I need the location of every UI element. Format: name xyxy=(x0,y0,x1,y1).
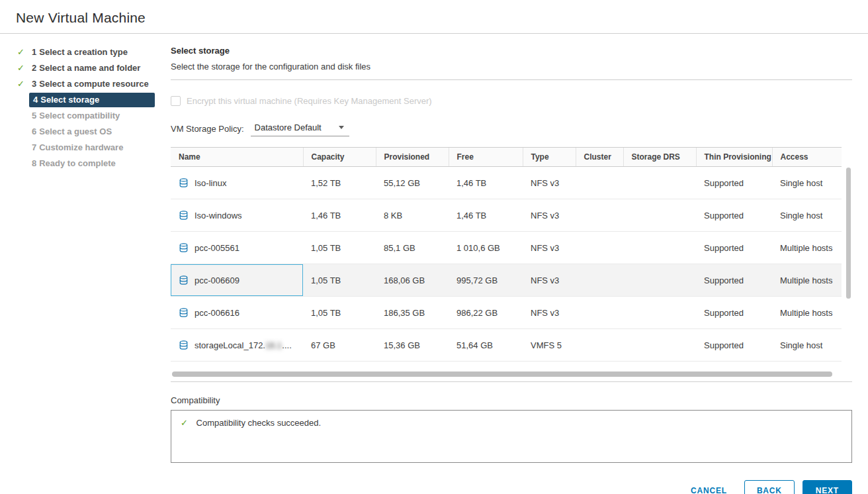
column-header-storage-drs[interactable]: Storage DRS xyxy=(623,148,696,167)
datastore-grid: Name Capacity Provisioned Free Type Clus… xyxy=(171,147,852,382)
cell-thin-provisioning: Supported xyxy=(696,297,772,329)
cancel-button[interactable]: CANCEL xyxy=(683,480,735,494)
table-row[interactable]: Iso-linux 1,52 TB 55,12 GB 1,46 TB NFS v… xyxy=(171,167,842,199)
cell-thin-provisioning: Supported xyxy=(696,232,772,264)
datastore-icon xyxy=(179,210,189,221)
cell-capacity: 1,52 TB xyxy=(303,167,376,199)
divider xyxy=(171,79,852,80)
wizard-steps-sidebar: ✓ 1Select a creation type ✓ 2Select a na… xyxy=(0,44,155,172)
compatibility-label: Compatibility xyxy=(171,395,852,405)
select-storage-pane: Select storage Select the storage for th… xyxy=(155,44,868,494)
step-label: 4Select storage xyxy=(33,95,99,105)
step-label: 6Select a guest OS xyxy=(32,126,112,136)
sidebar-item-step-4[interactable]: ✓ 4Select storage xyxy=(29,93,155,107)
cell-free: 986,22 GB xyxy=(449,297,523,329)
column-header-free[interactable]: Free xyxy=(449,148,523,167)
cell-access: Single host xyxy=(772,329,842,362)
cell-name: Iso-windows xyxy=(171,199,303,232)
cell-type: VMFS 5 xyxy=(523,329,576,362)
cell-cluster xyxy=(576,167,623,199)
step-label: 5Select compatibility xyxy=(32,111,120,121)
table-row[interactable]: Iso-windows 1,46 TB 8 KB 1,46 TB NFS v3 … xyxy=(171,199,842,232)
sidebar-item-step-7: ✓ 7Customize hardware xyxy=(0,140,155,156)
wizard-header: New Virtual Machine xyxy=(0,0,868,34)
step-label: 8Ready to complete xyxy=(32,158,116,168)
cell-free: 51,64 GB xyxy=(449,329,523,362)
table-row[interactable]: pcc-005561 1,05 TB 85,1 GB 1 010,6 GB NF… xyxy=(171,232,842,264)
vm-storage-policy-select[interactable]: Datastore Default xyxy=(251,121,349,136)
column-header-access[interactable]: Access xyxy=(772,148,842,167)
table-row[interactable]: storageLocal_172.16.1.... 67 GB 15,36 GB… xyxy=(171,329,842,362)
sidebar-item-step-5: ✓ 5Select compatibility xyxy=(0,108,155,124)
cell-storage-drs xyxy=(623,232,696,264)
cell-free: 1 010,6 GB xyxy=(449,232,523,264)
step-label: 1Select a creation type xyxy=(32,47,128,57)
cell-storage-drs xyxy=(623,329,696,362)
cell-name: pcc-006609 xyxy=(171,264,303,297)
vm-storage-policy-value: Datastore Default xyxy=(255,123,322,132)
cell-access: Single host xyxy=(772,199,842,232)
datastore-icon xyxy=(179,340,189,350)
datastore-icon xyxy=(179,177,189,188)
cell-name: pcc-006616 xyxy=(171,297,303,329)
column-header-thin-provisioning[interactable]: Thin Provisioning xyxy=(696,148,772,167)
cell-thin-provisioning: Supported xyxy=(696,199,772,232)
step-label: 3Select a compute resource xyxy=(32,79,149,89)
compatibility-message: Compatibility checks succeeded. xyxy=(196,418,322,428)
cell-cluster xyxy=(576,264,623,297)
column-header-name[interactable]: Name xyxy=(171,148,303,167)
sidebar-item-step-2[interactable]: ✓ 2Select a name and folder xyxy=(0,60,155,76)
cell-thin-provisioning: Supported xyxy=(696,329,772,362)
cell-cluster xyxy=(576,329,623,362)
cell-capacity: 1,05 TB xyxy=(303,264,376,297)
cell-storage-drs xyxy=(623,264,696,297)
cell-storage-drs xyxy=(623,199,696,232)
sidebar-item-step-8: ✓ 8Ready to complete xyxy=(0,156,155,172)
cell-type: NFS v3 xyxy=(523,297,576,329)
sidebar-item-step-3[interactable]: ✓ 3Select a compute resource xyxy=(0,76,155,92)
check-icon: ✓ xyxy=(17,44,24,60)
cell-cluster xyxy=(576,199,623,232)
step-heading: Select storage xyxy=(171,46,852,56)
cell-free: 1,46 TB xyxy=(449,199,523,232)
vm-storage-policy-label: VM Storage Policy: xyxy=(171,124,244,134)
cell-capacity: 1,46 TB xyxy=(303,199,376,232)
encrypt-vm-checkbox xyxy=(171,96,181,106)
step-subheading: Select the storage for the configuration… xyxy=(171,62,852,72)
cell-type: NFS v3 xyxy=(523,232,576,264)
column-header-cluster[interactable]: Cluster xyxy=(576,148,623,167)
vertical-scrollbar[interactable] xyxy=(846,168,851,299)
cell-name: storageLocal_172.16.1.... xyxy=(171,329,303,362)
datastore-icon xyxy=(179,307,189,318)
cell-capacity: 1,05 TB xyxy=(303,232,376,264)
new-vm-wizard: New Virtual Machine ✓ 1Select a creation… xyxy=(0,0,868,494)
next-button[interactable]: NEXT xyxy=(803,480,852,494)
redacted-text: 16.1 xyxy=(265,340,282,350)
horizontal-scrollbar[interactable] xyxy=(172,371,832,377)
check-icon: ✓ xyxy=(17,60,24,76)
cell-provisioned: 186,35 GB xyxy=(376,297,449,329)
back-button[interactable]: BACK xyxy=(744,480,795,494)
cell-name: pcc-005561 xyxy=(171,232,303,264)
page-title: New Virtual Machine xyxy=(16,10,852,26)
cell-provisioned: 85,1 GB xyxy=(376,232,449,264)
cell-storage-drs xyxy=(623,297,696,329)
cell-access: Multiple hosts xyxy=(772,297,842,329)
cell-cluster xyxy=(576,232,623,264)
column-header-provisioned[interactable]: Provisioned xyxy=(376,148,449,167)
cell-type: NFS v3 xyxy=(523,167,576,199)
success-check-icon: ✓ xyxy=(181,418,188,428)
step-label: 7Customize hardware xyxy=(32,142,123,152)
sidebar-item-step-1[interactable]: ✓ 1Select a creation type xyxy=(0,44,155,60)
cell-provisioned: 168,06 GB xyxy=(376,264,449,297)
cell-provisioned: 8 KB xyxy=(376,199,449,232)
table-row[interactable]: pcc-006616 1,05 TB 186,35 GB 986,22 GB N… xyxy=(171,297,842,329)
column-header-capacity[interactable]: Capacity xyxy=(303,148,376,167)
table-row[interactable]: pcc-006609 1,05 TB 168,06 GB 995,72 GB N… xyxy=(171,264,842,297)
check-icon: ✓ xyxy=(17,76,24,92)
datastore-icon xyxy=(179,275,189,285)
sidebar-item-step-6: ✓ 6Select a guest OS xyxy=(0,124,155,140)
cell-capacity: 67 GB xyxy=(303,329,376,362)
column-header-type[interactable]: Type xyxy=(523,148,576,167)
cell-access: Multiple hosts xyxy=(772,264,842,297)
